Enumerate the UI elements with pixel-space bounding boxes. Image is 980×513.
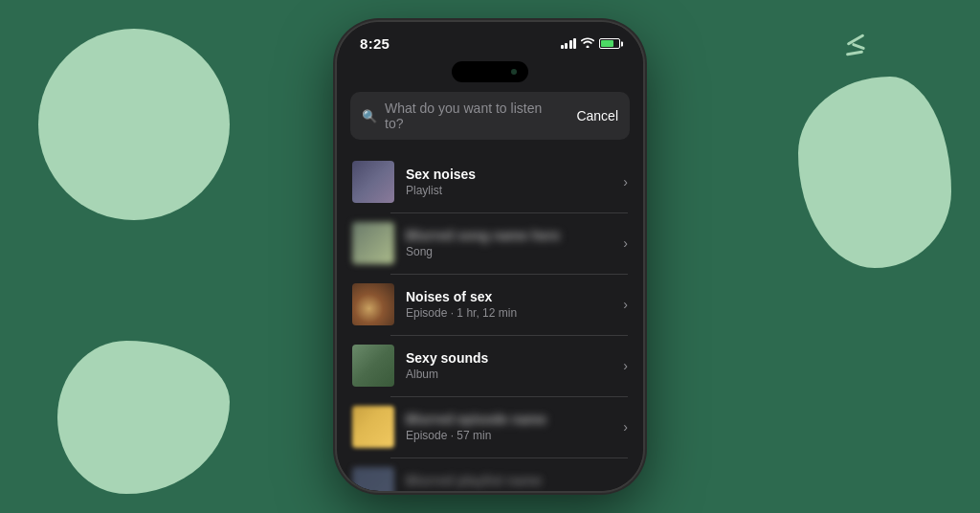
result-title-4: Sexy sounds <box>406 350 612 366</box>
chevron-icon-2: › <box>623 235 628 251</box>
result-info-3: Noises of sex Episode · 1 hr, 12 min <box>406 289 612 320</box>
result-title-1: Sex noises <box>406 167 612 182</box>
tick-2 <box>852 43 865 51</box>
result-thumb-3 <box>352 283 394 325</box>
result-info-5: Blurred episode name Episode · 57 min <box>406 412 612 442</box>
result-item-4[interactable]: Sexy sounds Album › <box>337 335 643 396</box>
chevron-icon-3: › <box>623 297 628 312</box>
wifi-icon <box>581 37 594 51</box>
bg-shape-blob-right <box>798 77 951 268</box>
result-subtitle-3: Episode · 1 hr, 12 min <box>406 306 612 320</box>
status-bar: 8:25 <box>337 22 643 59</box>
result-info-2: Blurred song name here Song <box>406 228 612 258</box>
result-thumb-5 <box>352 406 394 448</box>
result-thumb-4 <box>352 345 394 387</box>
result-item-5[interactable]: Blurred episode name Episode · 57 min › <box>337 396 643 457</box>
result-item-1[interactable]: Sex noises Playlist › <box>337 151 643 212</box>
bg-shape-circle <box>38 29 230 220</box>
chevron-icon-1: › <box>623 174 628 190</box>
result-subtitle-1: Playlist <box>406 184 612 197</box>
phone-frame: 8:25 <box>337 22 643 491</box>
result-info-1: Sex noises Playlist <box>406 167 612 197</box>
search-results-list: Sex noises Playlist › Blurred song name … <box>337 151 643 491</box>
result-title-5: Blurred episode name <box>406 412 612 427</box>
result-title-2: Blurred song name here <box>406 228 612 243</box>
dynamic-island <box>452 61 528 82</box>
result-subtitle-2: Song <box>406 245 612 258</box>
battery-fill <box>601 40 613 47</box>
result-subtitle-5: Episode · 57 min <box>406 429 612 442</box>
chevron-icon-5: › <box>623 419 628 435</box>
cancel-button[interactable]: Cancel <box>576 108 618 123</box>
search-input[interactable]: What do you want to listen to? <box>385 100 561 131</box>
search-icon: 🔍 <box>362 109 377 123</box>
result-item-6[interactable]: Blurred playlist name Playlist › <box>337 457 643 491</box>
result-subtitle-6: Playlist <box>406 490 612 491</box>
battery-icon <box>599 38 620 49</box>
result-title-6: Blurred playlist name <box>406 473 612 488</box>
chevron-icon-4: › <box>623 358 628 373</box>
camera-dot <box>511 69 517 75</box>
status-time: 8:25 <box>360 35 390 52</box>
result-title-3: Noises of sex <box>406 289 612 304</box>
result-item-3[interactable]: Noises of sex Episode · 1 hr, 12 min › <box>337 274 643 335</box>
result-item-2[interactable]: Blurred song name here Song › <box>337 212 643 274</box>
bg-shape-blob-left <box>57 341 230 494</box>
result-thumb-1 <box>352 161 394 203</box>
result-thumb-6 <box>352 467 394 491</box>
result-info-4: Sexy sounds Album <box>406 350 612 381</box>
status-icons <box>561 37 621 51</box>
result-subtitle-4: Album <box>406 368 612 381</box>
result-thumb-2 <box>352 222 394 264</box>
signal-icon <box>561 38 577 49</box>
phone-screen: 8:25 <box>337 22 643 491</box>
result-info-6: Blurred playlist name Playlist <box>406 473 612 491</box>
decorative-ticks <box>846 38 865 55</box>
search-bar[interactable]: 🔍 What do you want to listen to? Cancel <box>350 92 630 140</box>
tick-3 <box>846 50 863 56</box>
chevron-icon-6: › <box>623 480 628 491</box>
